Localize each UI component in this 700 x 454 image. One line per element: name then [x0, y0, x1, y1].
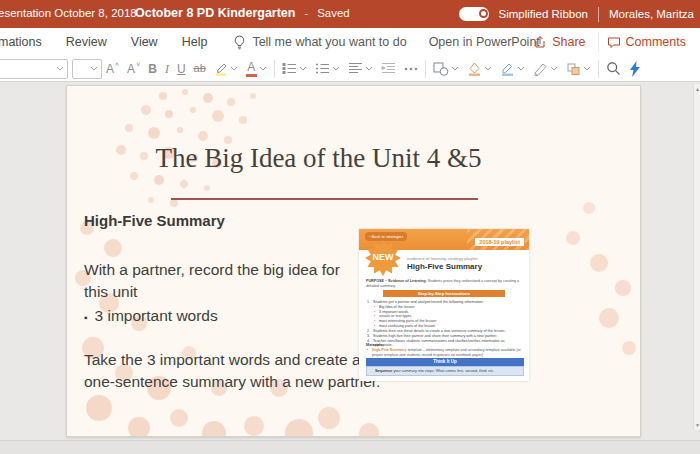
- ribbon-tab-row: mations Review View Help Tell me what yo…: [0, 28, 700, 56]
- share-icon: [533, 35, 547, 49]
- more-options-icon: [404, 67, 418, 71]
- handout-purpose: PURPOSE – Evidence of Learning: Students…: [366, 279, 523, 289]
- arrange-button[interactable]: [562, 58, 595, 80]
- grow-font-icon: A: [106, 63, 114, 75]
- highlight-color-button[interactable]: [210, 58, 242, 80]
- underline-button[interactable]: U: [173, 58, 190, 80]
- indent-button[interactable]: [377, 58, 400, 80]
- more-options-button[interactable]: [400, 58, 422, 80]
- comments-button[interactable]: Comments: [598, 32, 694, 52]
- numbering-button[interactable]: [311, 58, 344, 80]
- save-status: Saved: [317, 7, 350, 19]
- simplified-ribbon-toggle[interactable]: [459, 7, 489, 21]
- chevron-down-icon: [583, 66, 591, 71]
- shape-outline-button[interactable]: [496, 58, 529, 80]
- handout-title: High-Five Summary: [407, 262, 482, 271]
- file-name-partial: esentation October 8, 2018: [0, 7, 137, 19]
- status-bar: [0, 440, 700, 454]
- comments-icon: [607, 35, 621, 49]
- scroll-down-icon[interactable]: ▼: [694, 420, 700, 430]
- editing-workspace: The Big Idea of the Unit 4 &5 High-Five …: [0, 82, 700, 440]
- share-label: Share: [552, 35, 585, 49]
- toolbar-divider: [274, 60, 275, 78]
- slide-paragraph-2[interactable]: Take the 3 important words and create a …: [84, 349, 384, 393]
- tab-review[interactable]: Review: [54, 28, 119, 56]
- think-text: your summary into steps: What comes firs…: [392, 369, 494, 373]
- bullet-text: 3 important words: [95, 307, 218, 324]
- tab-animations[interactable]: mations: [0, 28, 54, 56]
- align-button[interactable]: [344, 58, 377, 80]
- shrink-font-button[interactable]: A˅: [123, 58, 144, 80]
- slide-heading[interactable]: High-Five Summary: [84, 212, 225, 229]
- chevron-down-icon: [259, 66, 267, 71]
- highlighter-icon: [214, 61, 228, 76]
- open-in-powerpoint-button[interactable]: Open in PowerPoint: [429, 35, 540, 49]
- title-separator: -: [304, 7, 308, 19]
- user-name[interactable]: Morales, Maritza: [609, 8, 694, 20]
- slide-canvas[interactable]: The Big Idea of the Unit 4 &5 High-Five …: [66, 85, 641, 437]
- materials-link: High-Five Summary: [372, 348, 407, 352]
- new-badge: NEW: [365, 240, 401, 276]
- slide-image-high-five-handout[interactable]: Back to strategies 2018-19 playlist NEW …: [359, 229, 529, 381]
- slide-bullet-item[interactable]: ▪3 important words: [84, 307, 218, 325]
- bullets-button[interactable]: [278, 58, 311, 80]
- handout-eyebrow: evidence of learning strategy playlist: [407, 256, 478, 261]
- titlebar-divider: [598, 7, 599, 22]
- slide-title[interactable]: The Big Idea of the Unit 4 &5: [67, 143, 570, 174]
- bullet-square-icon: ▪: [84, 312, 88, 323]
- handout-playlist-tag: 2018-19 playlist: [475, 238, 524, 246]
- bold-icon: B: [148, 63, 157, 75]
- purpose-label: PURPOSE – Evidence of Learning:: [366, 279, 427, 283]
- tab-help[interactable]: Help: [170, 28, 220, 56]
- lightning-bolt-icon: [629, 61, 641, 77]
- chevron-down-icon: [299, 66, 307, 71]
- handout-step: Teacher sees/hears students summarizatio…: [366, 339, 524, 349]
- chevron-down-icon: [550, 66, 558, 71]
- indent-icon: [381, 62, 396, 75]
- vertical-scrollbar[interactable]: ▲ ▼: [693, 84, 700, 430]
- chevron-down-icon: [484, 66, 492, 71]
- shape-effects-icon: [533, 62, 548, 76]
- strikethrough-icon: ab: [194, 63, 206, 74]
- formatting-toolbar: A˄ A˅ B I U ab A: [0, 56, 700, 82]
- bold-button[interactable]: B: [144, 58, 161, 80]
- chevron-down-icon: [451, 66, 459, 71]
- chevron-down-icon: [517, 66, 525, 71]
- toolbar-divider: [598, 60, 599, 78]
- toolbar-divider: [425, 60, 426, 78]
- font-size-select[interactable]: [72, 59, 102, 79]
- share-button[interactable]: Share: [525, 32, 593, 52]
- simplified-ribbon-label: Simplified Ribbon: [499, 8, 589, 20]
- italic-button[interactable]: I: [161, 58, 173, 80]
- tab-view[interactable]: View: [119, 28, 170, 56]
- bullets-icon: [282, 62, 297, 75]
- tell-me-box[interactable]: Tell me what you want to do: [233, 35, 406, 50]
- font-color-button[interactable]: A: [242, 58, 271, 80]
- shape-effects-button[interactable]: [529, 58, 562, 80]
- arrange-icon: [566, 62, 581, 76]
- designer-button[interactable]: [625, 58, 645, 80]
- shrink-font-icon: A: [127, 63, 135, 75]
- numbering-icon: [315, 62, 330, 75]
- grow-font-button[interactable]: A˄: [102, 58, 123, 80]
- font-name-select[interactable]: [0, 59, 68, 79]
- italic-icon: I: [165, 63, 169, 75]
- title-underline-rule: [171, 198, 478, 200]
- shape-fill-button[interactable]: [463, 58, 496, 80]
- strikethrough-button[interactable]: ab: [190, 58, 210, 80]
- lightbulb-icon: [233, 35, 246, 50]
- slide-paragraph-1[interactable]: With a partner, record the big idea for …: [84, 259, 368, 303]
- app-titlebar: esentation October 8, 2018 October 8 PD …: [0, 0, 700, 28]
- shapes-icon: [433, 62, 449, 76]
- chevron-down-icon: [230, 66, 238, 71]
- scroll-up-icon[interactable]: ▲: [694, 84, 700, 94]
- shape-fill-icon: [467, 61, 482, 76]
- handout-materials-item: High-Five Summary template – elementary …: [366, 348, 524, 358]
- find-button[interactable]: [602, 58, 625, 80]
- font-color-swatch: [246, 74, 257, 77]
- insert-shapes-button[interactable]: [429, 58, 463, 80]
- document-title[interactable]: October 8 PD Kindergarten: [135, 6, 295, 20]
- underline-icon: U: [177, 63, 186, 75]
- caret-up-icon: ˄: [115, 61, 119, 68]
- new-badge-label: NEW: [365, 252, 401, 262]
